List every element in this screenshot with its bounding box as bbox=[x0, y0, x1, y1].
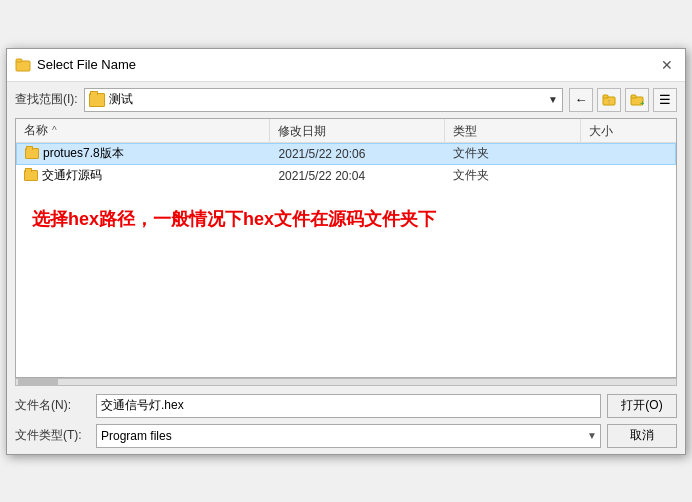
horizontal-scrollbar[interactable] bbox=[15, 378, 677, 386]
select-file-dialog: Select File Name ✕ 查找范围(I): 测试 ▼ ← ↑ + ☰… bbox=[6, 48, 686, 455]
table-row[interactable]: 交通灯源码 2021/5/22 20:04 文件夹 bbox=[16, 165, 676, 187]
location-text: 测试 bbox=[109, 91, 544, 108]
filetype-row: 文件类型(T): Program files ▼ 取消 bbox=[15, 424, 677, 448]
file-list-body: protues7.8版本 2021/5/22 20:06 文件夹 交通灯源码 2… bbox=[16, 143, 676, 377]
svg-text:+: + bbox=[640, 99, 644, 107]
location-label: 查找范围(I): bbox=[15, 91, 78, 108]
filename-row: 文件名(N): 打开(O) bbox=[15, 394, 677, 418]
file-list-header: 名称 ^ 修改日期 类型 大小 bbox=[16, 119, 676, 143]
table-row[interactable]: protues7.8版本 2021/5/22 20:06 文件夹 bbox=[16, 143, 676, 165]
column-size[interactable]: 大小 bbox=[581, 119, 676, 142]
dialog-title: Select File Name bbox=[37, 57, 136, 72]
folder-icon bbox=[25, 148, 39, 159]
location-dropdown-arrow: ▼ bbox=[548, 94, 558, 105]
open-button[interactable]: 打开(O) bbox=[607, 394, 677, 418]
filetype-select-wrapper: Program files ▼ bbox=[96, 424, 601, 448]
back-button[interactable]: ← bbox=[569, 88, 593, 112]
location-folder-icon bbox=[89, 93, 105, 107]
file-row-size bbox=[581, 174, 676, 178]
file-row-size bbox=[580, 152, 675, 156]
svg-rect-1 bbox=[16, 59, 22, 62]
file-row-name: protues7.8版本 bbox=[17, 143, 271, 164]
column-name[interactable]: 名称 ^ bbox=[16, 119, 270, 142]
view-button[interactable]: ☰ bbox=[653, 88, 677, 112]
filetype-select[interactable]: Program files bbox=[96, 424, 601, 448]
scrollbar-thumb[interactable] bbox=[18, 379, 58, 385]
filetype-label: 文件类型(T): bbox=[15, 427, 90, 444]
folder-icon bbox=[24, 170, 38, 181]
file-row-date: 2021/5/22 20:06 bbox=[271, 145, 445, 163]
filename-input[interactable] bbox=[96, 394, 601, 418]
file-row-name: 交通灯源码 bbox=[16, 165, 270, 186]
title-bar-left: Select File Name bbox=[15, 57, 136, 73]
file-row-type: 文件夹 bbox=[445, 165, 580, 186]
file-row-date: 2021/5/22 20:04 bbox=[270, 167, 445, 185]
new-folder-button[interactable]: + bbox=[625, 88, 649, 112]
filename-label: 文件名(N): bbox=[15, 397, 90, 414]
bottom-form: 文件名(N): 打开(O) 文件类型(T): Program files ▼ 取… bbox=[7, 386, 685, 454]
column-date[interactable]: 修改日期 bbox=[270, 119, 445, 142]
file-list-container: 名称 ^ 修改日期 类型 大小 protues7.8版本 2021/5/22 2… bbox=[15, 118, 677, 378]
svg-text:↑: ↑ bbox=[607, 98, 611, 105]
toolbar-buttons: ← ↑ + ☰ bbox=[569, 88, 677, 112]
annotation-text: 选择hex路径，一般情况下hex文件在源码文件夹下 bbox=[16, 187, 676, 252]
dialog-icon bbox=[15, 57, 31, 73]
location-combo[interactable]: 测试 ▼ bbox=[84, 88, 563, 112]
up-folder-button[interactable]: ↑ bbox=[597, 88, 621, 112]
title-bar: Select File Name ✕ bbox=[7, 49, 685, 82]
cancel-button[interactable]: 取消 bbox=[607, 424, 677, 448]
column-type[interactable]: 类型 bbox=[445, 119, 581, 142]
toolbar-row: 查找范围(I): 测试 ▼ ← ↑ + ☰ bbox=[7, 82, 685, 118]
close-button[interactable]: ✕ bbox=[657, 55, 677, 75]
file-row-type: 文件夹 bbox=[445, 143, 580, 164]
svg-rect-6 bbox=[631, 95, 636, 98]
